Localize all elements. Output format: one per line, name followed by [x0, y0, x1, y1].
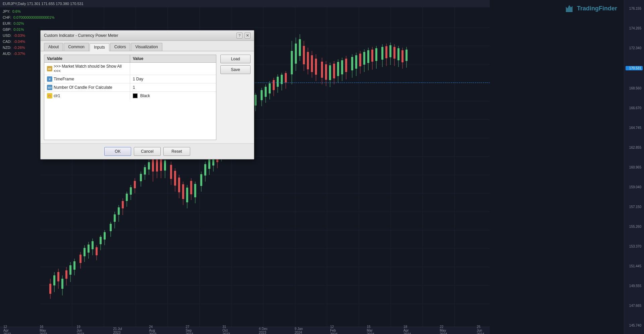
table-row[interactable]: tf TimeFrame 1 Day: [44, 75, 216, 83]
cancel-button[interactable]: Cancel: [134, 147, 161, 156]
table-row[interactable]: 123 Number Of Candle For Calculate 1: [44, 83, 216, 92]
cell-val-1: [130, 63, 216, 75]
dialog-title: Custom Indicator - Currency Power Meter: [44, 33, 118, 38]
tab-common[interactable]: Common: [64, 43, 89, 51]
tab-colors[interactable]: Colors: [110, 43, 130, 51]
variable-3-label: Number Of Candle For Calculate: [54, 85, 112, 90]
tab-about[interactable]: About: [44, 43, 63, 51]
close-button[interactable]: ✕: [245, 32, 251, 39]
table-wrapper: Variable Value ab >>> Market Watch shoul…: [44, 55, 216, 140]
icon-color: 🎨: [47, 93, 52, 98]
tab-visualization[interactable]: Visualization: [131, 43, 162, 51]
value-4: Black: [140, 93, 150, 98]
header-value: Value: [130, 55, 216, 62]
value-2: 1 Day: [133, 77, 143, 81]
variable-4-label: clr1: [54, 93, 60, 98]
load-button[interactable]: Load: [220, 55, 251, 63]
cell-val-3: 1: [130, 83, 216, 91]
tab-inputs[interactable]: Inputs: [90, 43, 109, 51]
header-variable: Variable: [44, 55, 130, 62]
variable-1-label: >>> Market Watch should be Show All <<<: [54, 64, 127, 73]
reset-button[interactable]: Reset: [163, 147, 190, 156]
table-row[interactable]: 🎨 clr1 Black: [44, 92, 216, 100]
indicator-dialog: Custom Indicator - Currency Power Meter …: [40, 30, 254, 159]
variable-2-label: TimeFrame: [54, 77, 74, 81]
cell-var-2: tf TimeFrame: [44, 75, 130, 83]
cell-var-3: 123 Number Of Candle For Calculate: [44, 83, 130, 91]
icon-timeframe: tf: [47, 76, 52, 82]
value-3: 1: [133, 85, 135, 90]
table-row[interactable]: ab >>> Market Watch should be Show All <…: [44, 63, 216, 75]
icon-ab: ab: [47, 66, 52, 71]
color-swatch-black: [133, 93, 138, 98]
content-row: Variable Value ab >>> Market Watch shoul…: [44, 55, 251, 140]
ok-button[interactable]: OK: [104, 147, 131, 156]
help-button[interactable]: ?: [236, 32, 243, 39]
inputs-table: Variable Value ab >>> Market Watch shoul…: [44, 55, 216, 140]
dialog-controls: ? ✕: [236, 32, 251, 39]
modal-overlay: Custom Indicator - Currency Power Meter …: [0, 0, 644, 334]
table-body: ab >>> Market Watch should be Show All <…: [44, 63, 216, 140]
cell-val-4: Black: [130, 92, 216, 100]
cell-val-2: 1 Day: [130, 75, 216, 83]
save-button[interactable]: Save: [220, 65, 251, 74]
cell-var-1: ab >>> Market Watch should be Show All <…: [44, 63, 130, 75]
side-buttons: Load Save: [218, 55, 251, 74]
dialog-titlebar: Custom Indicator - Currency Power Meter …: [41, 30, 254, 41]
table-header: Variable Value: [44, 55, 216, 63]
dialog-footer: OK Cancel Reset: [41, 143, 254, 159]
dialog-tabs: About Common Inputs Colors Visualization: [41, 41, 254, 51]
icon-number: 123: [47, 85, 52, 90]
cell-var-4: 🎨 clr1: [44, 92, 130, 100]
dialog-content: Variable Value ab >>> Market Watch shoul…: [41, 51, 254, 143]
